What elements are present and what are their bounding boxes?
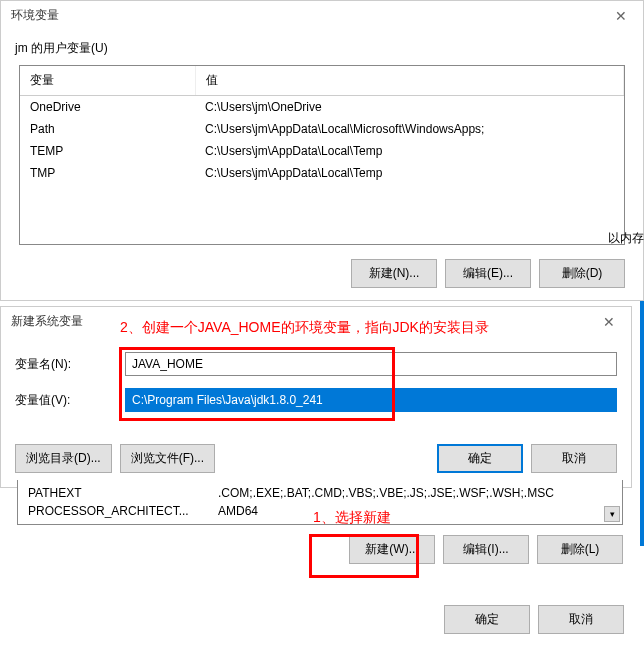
browse-file-button[interactable]: 浏览文件(F)... bbox=[120, 444, 215, 473]
col-header-var[interactable]: 变量 bbox=[20, 66, 195, 96]
edit-user-var-button[interactable]: 编辑(E)... bbox=[445, 259, 531, 288]
dialog1-titlebar: 环境变量 ✕ bbox=[1, 1, 643, 30]
var-name-label: 变量名(N): bbox=[15, 356, 105, 373]
annotation-1: 1、选择新建 bbox=[313, 509, 391, 527]
ok-button[interactable]: 确定 bbox=[437, 444, 523, 473]
table-row[interactable]: TMPC:\Users\jm\AppData\Local\Temp bbox=[20, 162, 624, 184]
var-value-label: 变量值(V): bbox=[15, 392, 105, 409]
side-text: 以内存 bbox=[608, 230, 644, 247]
delete-user-var-button[interactable]: 删除(D) bbox=[539, 259, 625, 288]
user-vars-buttons: 新建(N)... 编辑(E)... 删除(D) bbox=[1, 251, 643, 300]
dialog1-title: 环境变量 bbox=[11, 7, 59, 24]
table-row[interactable]: PATHEXT .COM;.EXE;.BAT;.CMD;.VBS;.VBE;.J… bbox=[18, 484, 622, 502]
edit-sys-var-button[interactable]: 编辑(I)... bbox=[443, 535, 529, 564]
table-row[interactable]: OneDriveC:\Users\jm\OneDrive bbox=[20, 96, 624, 119]
new-user-var-button[interactable]: 新建(N)... bbox=[351, 259, 437, 288]
browse-dir-button[interactable]: 浏览目录(D)... bbox=[15, 444, 112, 473]
close-icon[interactable]: ✕ bbox=[597, 314, 621, 330]
ok-button[interactable]: 确定 bbox=[444, 605, 530, 634]
table-row[interactable]: TEMPC:\Users\jm\AppData\Local\Temp bbox=[20, 140, 624, 162]
var-value-input[interactable] bbox=[125, 388, 617, 412]
user-vars-label: jm 的用户变量(U) bbox=[1, 30, 643, 61]
env-vars-dialog: 环境变量 ✕ jm 的用户变量(U) 变量 值 OneDriveC:\Users… bbox=[0, 0, 644, 301]
delete-sys-var-button[interactable]: 删除(L) bbox=[537, 535, 623, 564]
new-sys-var-button[interactable]: 新建(W)... bbox=[349, 535, 435, 564]
scroll-down-icon[interactable]: ▾ bbox=[604, 506, 620, 522]
annotation-2: 2、创建一个JAVA_HOME的环境变量，指向JDK的安装目录 bbox=[120, 319, 489, 337]
cancel-button[interactable]: 取消 bbox=[538, 605, 624, 634]
var-value-row: 变量值(V): bbox=[1, 382, 631, 418]
user-vars-table[interactable]: 变量 值 OneDriveC:\Users\jm\OneDrive PathC:… bbox=[19, 65, 625, 245]
cancel-button[interactable]: 取消 bbox=[531, 444, 617, 473]
var-name-row: 变量名(N): bbox=[1, 346, 631, 382]
dialog2-title: 新建系统变量 bbox=[11, 313, 83, 330]
system-vars-area: PATHEXT .COM;.EXE;.BAT;.CMD;.VBS;.VBE;.J… bbox=[17, 480, 623, 576]
close-icon[interactable]: ✕ bbox=[609, 8, 633, 24]
var-name-input[interactable] bbox=[125, 352, 617, 376]
col-header-val[interactable]: 值 bbox=[195, 66, 624, 96]
system-vars-buttons: 新建(W)... 编辑(I)... 删除(L) bbox=[17, 525, 623, 576]
table-row[interactable]: PathC:\Users\jm\AppData\Local\Microsoft\… bbox=[20, 118, 624, 140]
bottom-buttons: 确定 取消 bbox=[444, 605, 624, 634]
